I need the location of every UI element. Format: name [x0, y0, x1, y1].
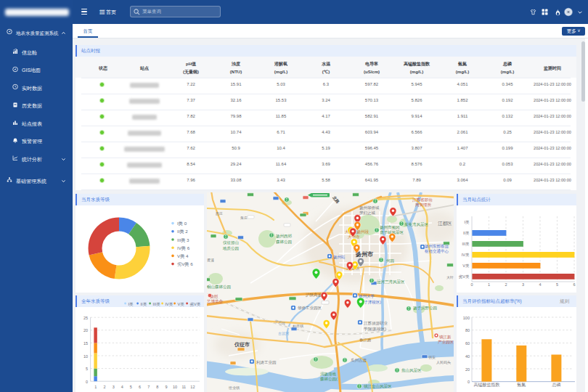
svg-text:朱庄: 朱庄 — [240, 216, 248, 220]
svg-text:IV类 6: IV类 6 — [177, 245, 190, 250]
svg-text:6: 6 — [573, 282, 575, 287]
svg-text:朴席镇: 朴席镇 — [292, 324, 303, 328]
svg-text:12: 12 — [190, 385, 195, 389]
svg-text:镇江新: 镇江新 — [439, 335, 452, 340]
svg-text:劣V类: 劣V类 — [459, 274, 470, 279]
svg-text:V类 4: V类 4 — [177, 253, 189, 258]
svg-text:1: 1 — [488, 282, 490, 287]
svg-text:3: 3 — [113, 385, 115, 389]
svg-text:20: 20 — [83, 328, 88, 332]
svg-text:V类: V类 — [178, 302, 185, 306]
svg-text:8: 8 — [156, 385, 158, 389]
svg-text:扬州西郊: 扬州西郊 — [276, 234, 293, 239]
svg-text:III类: III类 — [462, 242, 470, 246]
svg-text:胥浦: 胥浦 — [207, 258, 214, 263]
svg-text:60: 60 — [465, 341, 470, 346]
svg-text:10: 10 — [173, 385, 177, 389]
svg-text:10: 10 — [83, 354, 88, 359]
svg-text:II类: II类 — [463, 231, 470, 235]
svg-text:焦山风景区: 焦山风景区 — [401, 368, 422, 372]
svg-text:80: 80 — [465, 328, 470, 332]
svg-text:5: 5 — [556, 282, 558, 287]
svg-text:II类 2: II类 2 — [177, 229, 188, 234]
svg-text:枢纽交通中心: 枢纽交通中心 — [425, 248, 449, 253]
svg-text:江都区: 江都区 — [438, 221, 452, 226]
svg-text:镇江金山风景区: 镇江金山风景区 — [364, 384, 392, 389]
svg-text:梦幻之城: 梦幻之城 — [359, 211, 376, 216]
svg-text:高锰酸盐指数: 高锰酸盐指数 — [473, 382, 499, 388]
svg-text:茱萸湾风景区: 茱萸湾风景区 — [404, 222, 429, 227]
svg-text:III类 3: III类 3 — [177, 237, 189, 242]
svg-text:I类: I类 — [464, 220, 470, 224]
svg-text:森林公园: 森林公园 — [276, 240, 292, 245]
svg-text:扬州东部客运: 扬州东部客运 — [425, 244, 449, 249]
svg-text:西庄: 西庄 — [216, 211, 223, 216]
svg-text:1: 1 — [94, 385, 97, 389]
svg-text:2: 2 — [103, 385, 105, 389]
svg-text:4: 4 — [121, 385, 123, 389]
svg-text:扬子润野公园: 扬子润野公园 — [413, 306, 437, 311]
svg-text:仪征捺山: 仪征捺山 — [223, 240, 239, 245]
svg-text:世业镇: 世业镇 — [228, 385, 240, 390]
svg-text:3: 3 — [522, 282, 524, 287]
svg-text:铜山森林公园: 铜山森林公园 — [207, 285, 231, 290]
svg-text:0: 0 — [470, 282, 473, 287]
svg-text:I类 0: I类 0 — [177, 221, 187, 226]
svg-text:润扬湿地: 润扬湿地 — [320, 372, 337, 377]
svg-text:6: 6 — [139, 385, 141, 389]
svg-text:镇安: 镇安 — [428, 355, 436, 359]
svg-text:运河三湾风景区: 运河三湾风景区 — [377, 279, 405, 285]
svg-text:扬州市蜀冈: 扬州市蜀冈 — [380, 225, 400, 230]
svg-text:4: 4 — [539, 282, 541, 287]
svg-text:古运河: 古运河 — [278, 331, 289, 336]
svg-text:25: 25 — [83, 316, 88, 320]
svg-text:0: 0 — [467, 380, 470, 384]
svg-text:2: 2 — [505, 282, 507, 287]
svg-text:劣V类: 劣V类 — [190, 302, 201, 307]
svg-text:氨氮: 氨氮 — [517, 382, 526, 387]
svg-text:华侨工业园区: 华侨工业园区 — [298, 306, 322, 311]
svg-text:大叶: 大叶 — [446, 275, 454, 279]
svg-text:何园: 何园 — [386, 258, 394, 264]
svg-text:总磷: 总磷 — [551, 383, 560, 387]
svg-text:5: 5 — [130, 385, 132, 389]
svg-text:沪陕高速: 沪陕高速 — [306, 293, 322, 298]
svg-text:III类: III类 — [153, 302, 161, 306]
svg-text:瓜州古渡: 瓜州古渡 — [351, 358, 367, 363]
svg-text:IV类: IV类 — [166, 302, 173, 306]
svg-text:江苏省邵仙: 江苏省邵仙 — [412, 197, 433, 203]
svg-text:森林公园(: 森林公园( — [320, 377, 338, 382]
svg-text:II类: II类 — [141, 302, 147, 306]
svg-text:15: 15 — [83, 341, 88, 346]
svg-text:20: 20 — [465, 367, 470, 372]
svg-text:11: 11 — [181, 385, 186, 389]
svg-text:40: 40 — [465, 354, 470, 359]
svg-text:I类: I类 — [128, 302, 134, 306]
svg-text:仪征市: 仪征市 — [234, 341, 250, 348]
svg-text:扬州华侨城: 扬州华侨城 — [359, 205, 380, 211]
svg-text:7: 7 — [147, 385, 150, 389]
svg-text:V类: V类 — [462, 264, 470, 268]
svg-text:5: 5 — [86, 367, 88, 371]
svg-text:9: 9 — [165, 385, 167, 389]
svg-text:艺博览会: 艺博览会 — [207, 299, 224, 304]
svg-text:地质公园: 地质公园 — [222, 246, 239, 251]
svg-text:扬州站: 扬州站 — [333, 255, 346, 260]
svg-text:春江路: 春江路 — [359, 338, 372, 343]
svg-text:劣V类 6: 劣V类 6 — [177, 261, 193, 267]
svg-text:利涛工业园: 利涛工业园 — [256, 360, 277, 365]
svg-text:IV类: IV类 — [462, 253, 470, 257]
svg-text:100: 100 — [463, 316, 470, 320]
svg-text:人民码头: 人民码头 — [436, 360, 451, 365]
svg-text:0: 0 — [86, 380, 88, 384]
svg-text:产业园区: 产业园区 — [438, 340, 454, 345]
svg-text:闸管理所: 闸管理所 — [415, 203, 432, 208]
svg-text:学院(新校区): 学院(新校区) — [364, 327, 386, 332]
svg-text:江苏旅游职业: 江苏旅游职业 — [364, 321, 388, 326]
